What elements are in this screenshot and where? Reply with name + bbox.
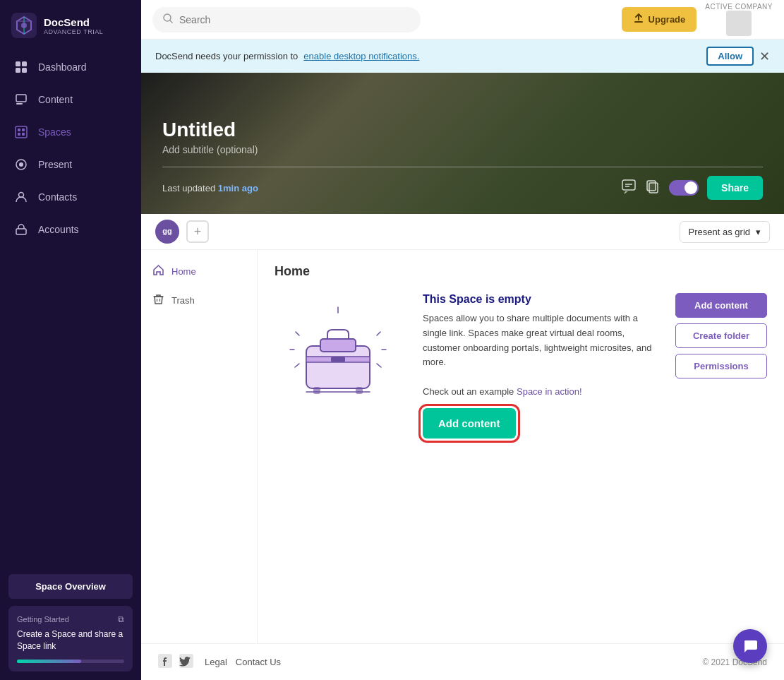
svg-line-32 [295, 364, 299, 367]
chat-icon [742, 638, 759, 655]
svg-rect-7 [16, 103, 23, 105]
progress-fill [17, 660, 81, 663]
visibility-toggle[interactable] [669, 180, 699, 196]
panel-add-content-button[interactable]: Add content [675, 293, 767, 318]
active-company-label: ACTIVE COMPANY [705, 3, 773, 11]
svg-rect-38 [313, 387, 320, 394]
present-as-grid-dropdown[interactable]: Present as grid ▾ [680, 221, 770, 243]
space-nav-home[interactable]: Home [141, 257, 257, 286]
chat-bubble-button[interactable] [733, 629, 767, 663]
tab-add-button[interactable]: + [186, 220, 209, 243]
sidebar-nav: Dashboard Content Spaces Present Contact… [0, 44, 141, 566]
space-layout: Home Trash Home [141, 250, 784, 643]
external-link-icon[interactable]: ⧉ [118, 614, 124, 624]
main-area: Upgrade ACTIVE COMPANY DocSend needs you… [141, 0, 784, 680]
sidebar-item-dashboard[interactable]: Dashboard [0, 51, 141, 83]
empty-space-illustration [282, 293, 394, 406]
sidebar-item-spaces[interactable]: Spaces [0, 116, 141, 148]
space-title[interactable]: Untitled [162, 119, 763, 141]
sidebar-item-contacts[interactable]: Contacts [0, 181, 141, 213]
space-nav-trash[interactable]: Trash [141, 286, 257, 315]
notification-text: DocSend needs your permission to [155, 51, 298, 61]
search-box[interactable] [152, 7, 421, 32]
sidebar-item-accounts[interactable]: Accounts [0, 213, 141, 246]
svg-rect-6 [16, 95, 26, 102]
chevron-down-icon: ▾ [756, 227, 761, 237]
sidebar-item-label-content: Content [38, 94, 73, 105]
sidebar-item-content[interactable]: Content [0, 83, 141, 116]
panel-create-folder-button[interactable]: Create folder [675, 323, 767, 348]
notification-link[interactable]: enable desktop notifications. [303, 51, 419, 61]
hero-divider [162, 167, 763, 167]
svg-rect-18 [634, 21, 643, 23]
search-input[interactable] [179, 14, 411, 25]
getting-started-header: Getting Started ⧉ [17, 614, 124, 624]
allow-button[interactable]: Allow [706, 47, 754, 66]
svg-point-14 [19, 162, 23, 167]
toggle-knob [685, 181, 697, 194]
upgrade-button[interactable]: Upgrade [622, 7, 697, 32]
copy-icon-button[interactable] [645, 179, 661, 198]
svg-rect-29 [331, 357, 345, 362]
contacts-icon [14, 190, 28, 204]
svg-rect-8 [16, 126, 27, 138]
getting-started-description: Create a Space and share a Space link [17, 628, 124, 652]
comment-icon-button[interactable] [621, 179, 637, 198]
space-in-action-link[interactable]: Space in action! [517, 386, 582, 397]
content-icon [14, 93, 28, 107]
page-footer: Legal Contact Us © 2021 DocSend [141, 643, 784, 680]
trash-icon [152, 293, 164, 308]
notification-bar: DocSend needs your permission to enable … [141, 40, 784, 73]
contact-us-link[interactable]: Contact Us [236, 657, 281, 667]
svg-rect-19 [622, 180, 635, 190]
tab-avatar[interactable]: gg [155, 220, 179, 244]
spaces-icon [14, 125, 28, 139]
svg-line-30 [296, 332, 299, 335]
svg-rect-27 [320, 339, 356, 352]
space-subtitle[interactable]: Add subtitle (optional) [162, 144, 763, 155]
hero-actions: Share [621, 176, 763, 200]
svg-rect-4 [16, 68, 20, 73]
sidebar-item-label-accounts: Accounts [38, 224, 79, 235]
space-action-panel: Add content Create folder Permissions [675, 293, 767, 378]
close-notification-button[interactable]: ✕ [759, 49, 770, 64]
hero-content: Untitled Add subtitle (optional) Last up… [141, 105, 784, 214]
notification-actions: Allow ✕ [706, 47, 770, 66]
footer-social-icons [158, 654, 193, 670]
sidebar-logo-text: DocSend ADVANCED TRIAL [44, 16, 103, 35]
sidebar-item-label-present: Present [38, 159, 72, 170]
getting-started-title-text: Getting Started [17, 615, 69, 624]
space-nav-home-label: Home [171, 266, 196, 277]
last-updated: Last updated 1min ago [162, 183, 258, 193]
svg-rect-23 [647, 181, 656, 191]
search-icon [162, 13, 174, 27]
footer-links: Legal Contact Us [205, 657, 281, 667]
upload-icon [633, 13, 644, 26]
app-name: DocSend [44, 16, 103, 28]
share-button[interactable]: Share [707, 176, 763, 200]
trial-label: ADVANCED TRIAL [44, 28, 103, 35]
space-main: Home [258, 250, 784, 643]
space-overview-button[interactable]: Space Overview [8, 574, 133, 599]
sidebar-item-label-dashboard: Dashboard [38, 61, 87, 73]
svg-rect-10 [22, 129, 25, 131]
dashboard-icon [14, 60, 28, 74]
facebook-icon[interactable] [158, 654, 172, 670]
topbar: Upgrade ACTIVE COMPANY [141, 0, 784, 40]
svg-rect-2 [16, 61, 20, 66]
sidebar-item-present[interactable]: Present [0, 148, 141, 181]
space-content: gg + Present as grid ▾ Home [141, 214, 784, 680]
svg-rect-16 [16, 229, 26, 234]
svg-point-1 [21, 23, 27, 28]
add-content-main-button[interactable]: Add content [423, 408, 516, 439]
sidebar-item-label-spaces: Spaces [38, 126, 71, 138]
twitter-icon[interactable] [179, 654, 193, 670]
space-main-title: Home [275, 264, 767, 279]
svg-line-35 [377, 364, 381, 367]
hero-footer: Last updated 1min ago Share [162, 176, 763, 200]
upgrade-label: Upgrade [649, 14, 686, 25]
sidebar-item-label-contacts: Contacts [38, 191, 77, 203]
svg-rect-5 [22, 68, 27, 73]
legal-link[interactable]: Legal [205, 657, 227, 667]
panel-permissions-button[interactable]: Permissions [675, 354, 767, 378]
